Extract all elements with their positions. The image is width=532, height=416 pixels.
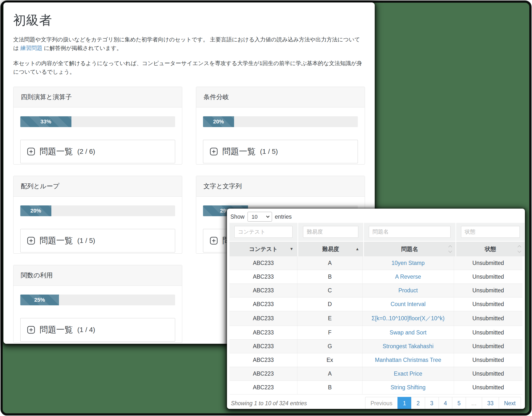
- column-header[interactable]: 難易度 ▲: [298, 242, 363, 256]
- column-header[interactable]: 状態: [456, 242, 525, 256]
- difficulty-cell: F: [297, 326, 362, 339]
- table-row: ABC233 Ex Manhattan Christmas Tree Unsub…: [229, 353, 522, 367]
- sort-desc-icon: ▼: [290, 247, 294, 251]
- progress-fill: 20%: [20, 205, 51, 216]
- column-header-label: 状態: [485, 245, 496, 253]
- pagination-page-5[interactable]: 5: [452, 397, 466, 409]
- table-row: ABC223 A Exact Price Unsubmitted: [229, 367, 522, 381]
- problem-link[interactable]: A Reverse: [395, 273, 421, 280]
- problem-list-count: (2 / 6): [77, 148, 95, 155]
- column-filter-input[interactable]: [461, 226, 520, 238]
- problem-link[interactable]: Count Interval: [391, 301, 426, 308]
- table-filter-row: [229, 223, 522, 241]
- column-header[interactable]: 問題名: [364, 242, 455, 256]
- description-paragraph-2: 本セットの内容が全て解けるようになっていれば、コンピューターサイエンスを専攻する…: [13, 59, 365, 76]
- expand-plus-icon: [27, 237, 35, 245]
- status-cell: Unsubmitted: [454, 340, 522, 353]
- progress-fill: 33%: [20, 116, 71, 127]
- problem-cell: Exact Price: [362, 367, 454, 380]
- progress-percent-label: 20%: [30, 208, 41, 214]
- contest-cell: ABC233: [229, 297, 297, 311]
- progress-fill: 20%: [203, 116, 234, 127]
- problem-link[interactable]: Manhattan Christmas Tree: [375, 357, 441, 363]
- pagination-page-33[interactable]: 33: [482, 397, 499, 409]
- problem-link[interactable]: Exact Price: [394, 370, 422, 377]
- pagination-ellipsis[interactable]: …: [466, 397, 482, 409]
- difficulty-cell: A: [297, 367, 362, 380]
- column-filter-cell: [229, 223, 297, 241]
- contest-cell: ABC233: [229, 256, 297, 270]
- table-info: Showing 1 to 10 of 324 entries: [231, 400, 307, 407]
- progress-fill: 25%: [20, 295, 59, 305]
- problem-list-toggle[interactable]: 問題一覧 (1 / 5): [20, 229, 175, 252]
- table-row: ABC233 B A Reverse Unsubmitted: [229, 270, 522, 284]
- problem-link[interactable]: Swap and Sort: [390, 329, 427, 336]
- difficulty-cell: D: [297, 297, 362, 311]
- column-filter-input[interactable]: [234, 226, 293, 238]
- pagination-previous[interactable]: Previous: [365, 397, 398, 409]
- description-text: に解答例が掲載されています。: [42, 45, 122, 51]
- difficulty-cell: E: [297, 311, 362, 326]
- progress-percent-label: 20%: [213, 119, 224, 125]
- difficulty-cell: Ex: [297, 353, 362, 367]
- problem-link[interactable]: 10yen Stamp: [391, 260, 425, 266]
- category-card-title: 条件分岐: [196, 87, 365, 107]
- practice-problems-link[interactable]: 練習問題: [20, 45, 42, 51]
- category-card: 関数の利用 25% 問題一覧 (1 / 4): [13, 265, 182, 343]
- difficulty-cell: B: [297, 381, 362, 394]
- problem-link[interactable]: Σ[k=0..10^100]floor(X／10^k): [372, 315, 445, 322]
- problem-cell: Manhattan Christmas Tree: [362, 353, 454, 367]
- problem-link[interactable]: Product: [398, 287, 418, 294]
- problem-list-label: 問題一覧: [40, 324, 73, 335]
- column-filter-input[interactable]: [303, 226, 358, 238]
- problem-cell: A Reverse: [362, 270, 454, 284]
- column-filter-input[interactable]: [369, 226, 451, 238]
- table-row: ABC223 B String Shifting Unsubmitted: [229, 381, 522, 394]
- problem-cell: 10yen Stamp: [362, 256, 454, 270]
- column-filter-cell: [456, 223, 525, 241]
- sort-unsorted-icon: [449, 246, 452, 252]
- problem-cell: Count Interval: [362, 297, 454, 311]
- problem-cell: String Shifting: [362, 381, 454, 394]
- page-title: 初級者: [13, 12, 365, 29]
- status-cell: Unsubmitted: [454, 311, 522, 326]
- expand-plus-icon: [27, 147, 35, 156]
- problem-list-toggle[interactable]: 問題一覧 (1 / 4): [20, 318, 175, 342]
- contest-cell: ABC233: [229, 284, 297, 297]
- table-row: ABC233 F Swap and Sort Unsubmitted: [229, 326, 522, 340]
- category-card-body: 25% 問題一覧 (1 / 4): [13, 286, 182, 343]
- pagination-page-2[interactable]: 2: [411, 397, 425, 409]
- table-row: ABC233 C Product Unsubmitted: [229, 284, 522, 297]
- problem-list-toggle[interactable]: 問題一覧 (2 / 6): [20, 140, 175, 163]
- status-cell: Unsubmitted: [454, 256, 522, 270]
- expand-plus-icon: [210, 237, 218, 245]
- table-row: ABC233 G Strongest Takahashi Unsubmitted: [229, 340, 522, 353]
- contest-cell: ABC233: [229, 353, 297, 367]
- status-cell: Unsubmitted: [454, 326, 522, 339]
- status-cell: Unsubmitted: [454, 297, 522, 311]
- description-paragraph-1: 文法問題や文字列の扱いなどをカテゴリ別に集めた初学者向けのセットです。 主要言語…: [13, 36, 365, 53]
- page-size-select[interactable]: 10: [248, 212, 272, 222]
- problem-list-toggle[interactable]: 問題一覧 (1 / 5): [203, 140, 358, 163]
- progress-track: 20%: [20, 205, 175, 216]
- problem-list-label: 問題一覧: [40, 146, 73, 157]
- status-cell: Unsubmitted: [454, 353, 522, 367]
- status-cell: Unsubmitted: [454, 284, 522, 297]
- problem-cell: Strongest Takahashi: [362, 340, 454, 353]
- entries-label: entries: [275, 214, 292, 220]
- difficulty-cell: G: [297, 340, 362, 353]
- pagination-page-1[interactable]: 1: [397, 397, 411, 409]
- difficulty-cell: A: [297, 256, 362, 270]
- problem-link[interactable]: Strongest Takahashi: [383, 343, 433, 350]
- pagination-page-4[interactable]: 4: [439, 397, 453, 409]
- pagination-page-3[interactable]: 3: [425, 397, 439, 409]
- table-row: ABC233 D Count Interval Unsubmitted: [229, 297, 522, 311]
- pagination-next[interactable]: Next: [499, 397, 521, 409]
- category-card-title: 文字と文字列: [196, 176, 365, 197]
- table-header-row: コンテスト ▼ 難易度 ▲ 問題名 状態: [229, 242, 522, 256]
- page-size-select-wrap: 10: [248, 212, 272, 222]
- column-header[interactable]: コンテスト ▼: [229, 242, 297, 256]
- problems-table-panel: Show 10 entries コンテスト ▼ 難易度 ▲ 問題名 状態 ABC…: [227, 209, 525, 409]
- status-cell: Unsubmitted: [454, 381, 522, 394]
- problem-link[interactable]: String Shifting: [391, 384, 426, 391]
